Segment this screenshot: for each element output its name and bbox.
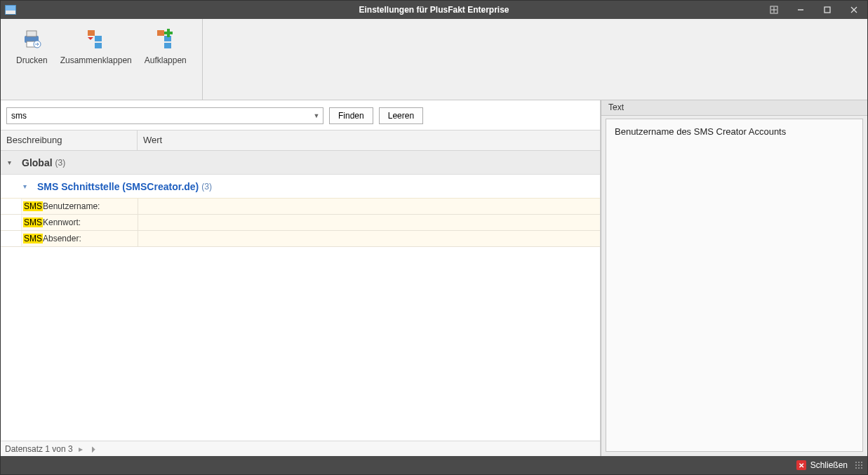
group-global-count: (3) [55, 158, 66, 168]
search-row: ▼ Finden Leeren [1, 100, 600, 130]
row-description: SMS Kennwort: [22, 218, 138, 227]
table-row[interactable]: SMS Kennwort: [1, 215, 600, 231]
resize-grip-icon[interactable] [855, 461, 863, 469]
row-indent [1, 199, 22, 214]
find-button[interactable]: Finden [329, 107, 373, 124]
window-controls [761, 1, 867, 19]
printer-icon [20, 27, 43, 50]
col-description[interactable]: Beschreibung [1, 131, 138, 150]
print-button[interactable]: Drucken [16, 23, 48, 100]
row-value[interactable] [138, 215, 600, 230]
print-label: Drucken [16, 55, 48, 65]
minimize-button[interactable] [787, 1, 814, 19]
group-global[interactable]: ▾ Global (3) [1, 151, 600, 175]
group-sms[interactable]: ▾ SMS Schnittstelle (SMSCreator.de) (3) [1, 175, 600, 199]
row-rest: Absender: [43, 234, 81, 243]
highlight: SMS [23, 234, 43, 243]
expand-button[interactable]: Aufklappen [145, 23, 187, 100]
side-header: Text [601, 100, 867, 116]
search-combo[interactable]: ▼ [6, 107, 323, 124]
ribbon: Drucken Zusammenklappen [1, 19, 867, 100]
row-indent [1, 231, 22, 246]
close-button[interactable]: ✕ Schließen [792, 459, 852, 471]
highlight: SMS [23, 218, 43, 227]
svg-rect-4 [824, 7, 830, 13]
group-sms-name: SMS Schnittstelle (SMSCreator.de) [37, 181, 199, 192]
row-rest: Benutzername: [43, 201, 100, 211]
expand-label: Aufklappen [145, 55, 187, 65]
svg-rect-22 [164, 32, 173, 34]
svg-rect-18 [157, 30, 164, 36]
ribbon-group: Drucken Zusammenklappen [1, 19, 203, 100]
window-title: Einstellungen für PlusFakt Enterprise [1, 5, 867, 15]
paginator-text: Datensatz 1 von 3 [5, 444, 73, 454]
maximize-button[interactable] [814, 1, 841, 19]
group-sms-count: (3) [201, 182, 212, 192]
row-value[interactable] [138, 231, 600, 246]
highlight: SMS [23, 201, 43, 211]
chevron-down-icon[interactable]: ▾ [8, 159, 18, 166]
svg-rect-20 [164, 43, 171, 48]
collapse-button[interactable]: Zusammenklappen [60, 23, 132, 100]
svg-rect-8 [27, 31, 36, 36]
nav-last-icon[interactable]: ⏵ [88, 444, 100, 454]
chevron-down-icon[interactable]: ▾ [23, 182, 33, 190]
collapse-label: Zusammenklappen [60, 55, 132, 65]
table-row[interactable]: SMS Benutzername: [1, 199, 600, 215]
collapse-icon [85, 27, 107, 50]
row-rest: Kennwort: [43, 218, 81, 227]
left-pane: ▼ Finden Leeren Beschreibung Wert ▾ Glob… [1, 100, 601, 456]
bottombar: ✕ Schließen [1, 456, 867, 474]
right-pane: Text Benutzername des SMS Creator Accoun… [601, 100, 867, 456]
titlebar: Einstellungen für PlusFakt Enterprise [1, 1, 867, 19]
close-icon: ✕ [796, 460, 806, 470]
close-label: Schließen [810, 460, 848, 470]
expand-icon [154, 27, 177, 50]
close-window-button[interactable] [841, 1, 867, 19]
col-value[interactable]: Wert [138, 131, 600, 150]
row-value[interactable] [138, 199, 600, 214]
side-body: Benutzername des SMS Creator Accounts [606, 119, 863, 452]
clear-button[interactable]: Leeren [379, 107, 423, 124]
row-description: SMS Benutzername: [22, 201, 138, 211]
row-indent [1, 215, 22, 230]
dropdown-icon[interactable]: ▼ [310, 108, 323, 123]
group-global-name: Global [22, 157, 53, 168]
column-header: Beschreibung Wert [1, 130, 600, 151]
client-area: ▼ Finden Leeren Beschreibung Wert ▾ Glob… [1, 100, 867, 456]
svg-rect-14 [88, 30, 95, 36]
paginator: Datensatz 1 von 3 ▸ ⏵ [1, 441, 600, 456]
svg-rect-15 [95, 36, 102, 41]
app-icon [5, 5, 16, 15]
nav-next-icon[interactable]: ▸ [77, 444, 84, 454]
search-input[interactable] [6, 107, 323, 124]
data-rows: SMS Benutzername:SMS Kennwort:SMS Absend… [1, 199, 600, 247]
table-row[interactable]: SMS Absender: [1, 231, 600, 247]
svg-marker-17 [88, 37, 93, 40]
svg-rect-16 [95, 43, 102, 48]
row-description: SMS Absender: [22, 234, 138, 243]
window-extra-button[interactable] [761, 1, 787, 19]
